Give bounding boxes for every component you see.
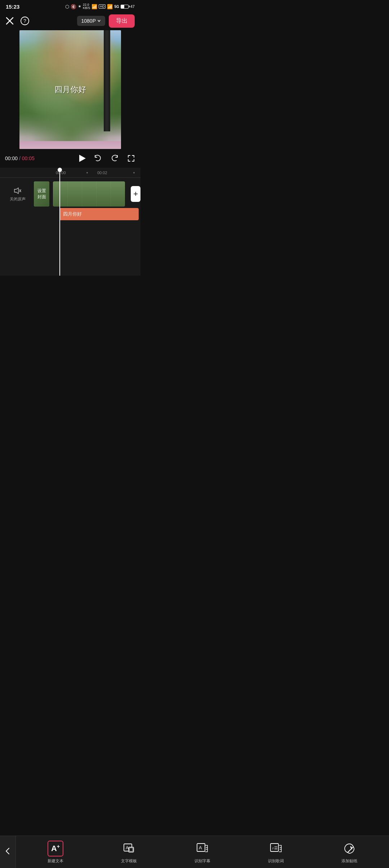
- 5g-badge: 5G: [114, 5, 119, 9]
- toolbar-right: 1080P 导出: [77, 14, 135, 28]
- video-ground: [19, 141, 121, 149]
- playhead[interactable]: [59, 168, 60, 276]
- close-button[interactable]: [6, 17, 14, 25]
- cover-clip[interactable]: 设置 封面: [34, 181, 49, 207]
- nfc-icon: ⬡: [65, 4, 69, 9]
- status-icons: ⬡ 🔇 ✶ 22.0KB/S 📶 HD 📶 5G 47: [65, 3, 135, 10]
- subtitle-clip[interactable]: 四月你好: [59, 208, 139, 220]
- video-text-overlay: 四月你好: [54, 84, 86, 95]
- video-right-letterbox: [121, 30, 140, 149]
- toolbar-left: ?: [6, 16, 30, 26]
- status-bar: 15:23 ⬡ 🔇 ✶ 22.0KB/S 📶 HD 📶 5G 47: [0, 0, 140, 12]
- bluetooth-icon: ✶: [78, 4, 81, 9]
- top-toolbar: ? 1080P 导出: [0, 12, 140, 30]
- svg-text:?: ?: [23, 18, 26, 24]
- help-icon: ?: [20, 16, 30, 26]
- ruler-dot-2: [133, 172, 135, 173]
- redo-button[interactable]: [110, 154, 119, 163]
- fullscreen-icon: [127, 154, 135, 163]
- status-time: 15:23: [6, 4, 19, 10]
- close-icon: [6, 17, 14, 25]
- undo-button[interactable]: [94, 154, 102, 163]
- video-canvas: 四月你好: [19, 30, 121, 149]
- cover-clip-text: 设置 封面: [37, 188, 46, 200]
- network-speed: 22.0KB/S: [83, 3, 90, 10]
- playback-buttons: [78, 154, 135, 163]
- fullscreen-button[interactable]: [127, 154, 135, 163]
- video-preview: 四月你好: [0, 30, 140, 149]
- ruler-dot-1: [86, 172, 88, 173]
- help-button[interactable]: ?: [20, 16, 30, 26]
- current-time: 00:00: [5, 155, 18, 161]
- add-clip-button[interactable]: +: [131, 186, 140, 202]
- time-display: 00:00 / 00:05: [5, 155, 35, 161]
- timeline-tracks: 关闭原声 设置 封面 + 四月你好: [0, 178, 140, 224]
- signal-icon: 📶: [107, 4, 113, 9]
- timeline-ruler: 00:00 00:02: [0, 168, 140, 178]
- battery-indicator: 47: [121, 4, 135, 9]
- resolution-button[interactable]: 1080P: [77, 16, 105, 26]
- playback-controls: 00:00 / 00:05: [0, 149, 140, 168]
- play-icon: [79, 155, 86, 162]
- time-divider: /: [19, 155, 22, 161]
- export-button[interactable]: 导出: [109, 14, 135, 28]
- wifi-icon: 📶: [91, 4, 97, 9]
- undo-icon: [94, 154, 102, 163]
- svg-marker-4: [14, 188, 18, 194]
- play-button[interactable]: [78, 155, 86, 162]
- subtitle-clip-row: 四月你好: [59, 208, 140, 220]
- volume-icon: [13, 186, 22, 195]
- video-pole: [104, 30, 110, 131]
- audio-track-label[interactable]: 关闭原声: [5, 186, 30, 202]
- hd-badge: HD: [99, 4, 106, 9]
- timeline-area[interactable]: 00:00 00:02 关闭原声 设置 封面: [0, 168, 140, 276]
- audio-track-row: 关闭原声 设置 封面 +: [0, 181, 140, 207]
- video-left-letterbox: [0, 30, 19, 149]
- total-time: 00:05: [22, 155, 35, 161]
- chevron-down-icon: [97, 19, 101, 23]
- mute-icon: 🔇: [71, 4, 76, 9]
- battery-level: 47: [130, 4, 135, 9]
- audio-label-text: 关闭原声: [10, 196, 26, 202]
- video-clip-inner: [53, 181, 125, 207]
- redo-icon: [110, 154, 119, 163]
- ruler-mark-1: 00:02: [97, 171, 107, 175]
- video-clip-strip[interactable]: [53, 181, 125, 207]
